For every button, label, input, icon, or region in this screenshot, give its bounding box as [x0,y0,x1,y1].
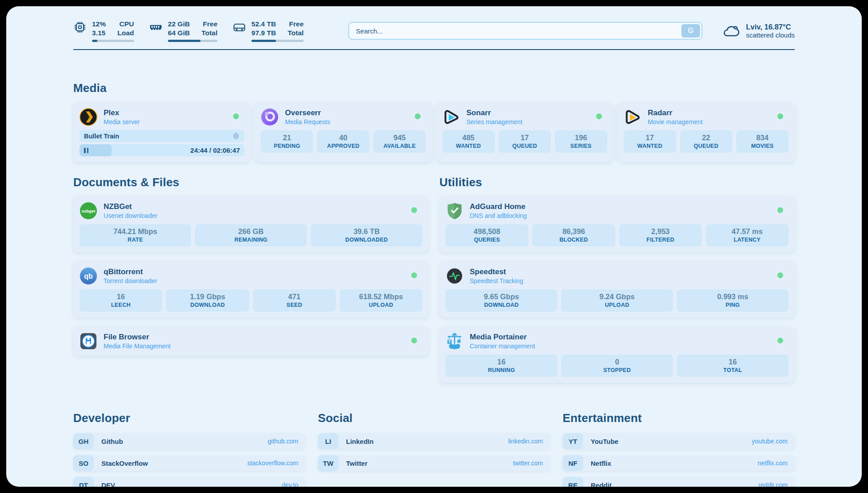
pause-icon[interactable] [84,148,88,153]
app-description: Torrent downloader [104,277,157,284]
card-speedtest[interactable]: Speedtest Speedtest Tracking 9.65 Gbps D… [439,261,795,318]
bookmark-url[interactable]: github.com [268,433,305,449]
now-playing-progress-row[interactable]: 24:44 / 02:06:47 [79,144,244,156]
filebrowser-icon [79,332,97,350]
bookmark-url[interactable]: stackoverflow.com [247,455,305,471]
disk-total: 97.9 TB [251,29,276,38]
google-search-button[interactable]: G [681,24,700,38]
status-online-dot [415,113,421,119]
cpu-values: 12% 3.15 [92,20,106,38]
card-qbittorrent[interactable]: qb qBittorrent Torrent downloader 16 LEE… [73,261,429,318]
stat-tile: 17 QUEUED [499,130,551,153]
utilities-column: Utilities AdGuard Home DNS and adblockin… [439,175,795,383]
stat-tile: 0.993 ms PING [677,289,789,312]
search-bar[interactable]: G [348,22,702,40]
bookmark-netflix[interactable]: NF Netflix netflix.com [563,455,795,471]
card-adguard[interactable]: AdGuard Home DNS and adblocking 498,508 … [439,196,795,252]
cpu-labels: CPU Load [117,20,134,38]
cloud-icon [722,23,740,38]
now-playing-title: Bullet Train [84,133,232,140]
plex-icon [79,108,97,126]
bookmark-stackoverflow[interactable]: SO StackOverflow stackoverflow.com [73,455,305,471]
bookmark-github[interactable]: GH Github github.com [73,433,305,449]
bookmark-column-social: Social LI LinkedIn linkedin.com TW Twitt… [318,411,550,487]
stat-tile: 40 APPROVED [317,130,369,153]
speedtest-icon [446,267,463,285]
bookmark-reddit[interactable]: RE Reddit reddit.com [563,477,795,487]
bookmark-url[interactable]: dev.to [282,477,305,487]
bookmark-url[interactable]: linkedin.com [508,433,550,449]
app-name: Speedtest [470,267,523,276]
ram-free: 22 GiB [168,20,190,29]
card-filebrowser[interactable]: File Browser Media File Management [73,326,429,356]
ram-progress-bar [168,40,217,42]
card-radarr[interactable]: Radarr Movie management 17 WANTED 22 QUE… [618,102,795,162]
stat-tile: 9.24 Gbps UPLOAD [561,289,673,312]
app-description: Media server [104,118,140,125]
section-title-social: Social [318,411,550,425]
bookmark-name: Reddit [583,477,759,487]
disk-free: 52.4 TB [251,20,276,29]
documents-column: Documents & Files nzbget NZBGet Usenet d… [73,175,429,383]
bookmark-name: Github [94,433,268,449]
stat-tile: 945 AVAILABLE [373,130,426,153]
bookmark-name: DEV [94,477,282,487]
bookmark-url[interactable]: youtube.com [752,433,795,449]
qbittorrent-icon: qb [79,267,97,285]
radarr-icon [624,108,642,126]
bookmark-abbr: NF [563,455,583,471]
section-title-utilities: Utilities [439,175,795,189]
status-online-dot [411,207,417,213]
card-sonarr[interactable]: Sonarr Series management 485 WANTED 17 Q… [436,102,613,162]
bookmark-url[interactable]: netflix.com [758,455,795,471]
search-input[interactable] [351,27,681,35]
card-nzbget[interactable]: nzbget NZBGet Usenet downloader 744.21 M… [73,196,429,252]
ram-total: 64 GiB [168,29,190,38]
cpu-load-value: 3.15 [92,29,106,38]
stat-tile: 16 LEECH [79,289,162,312]
bookmark-name: YouTube [583,433,752,449]
stat-tile: 22 QUEUED [680,130,732,153]
stat-tile: 39.6 TB DOWNLOADED [311,224,422,246]
sonarr-icon [442,108,460,126]
ram-values: 22 GiB 64 GiB [168,20,190,38]
status-online-dot [596,113,602,119]
portainer-icon [446,332,463,350]
app-name: Radarr [648,109,703,117]
stat-tile: 471 SEED [253,289,336,312]
status-online-dot [777,272,783,278]
section-title-entertainment: Entertainment [563,411,795,425]
stat-tile: 21 PENDING [261,130,313,153]
stat-tile: 16 RUNNING [446,355,557,377]
bookmark-grid: Developer GH Github github.com SO StackO… [73,411,795,487]
app-name: File Browser [104,333,171,342]
bookmark-dev[interactable]: DT DEV dev.to [73,477,305,487]
app-name: Plex [104,109,140,117]
bookmark-abbr: TW [318,455,338,471]
card-plex[interactable]: Plex Media server Bullet Train [73,102,250,162]
stat-tile: 744.21 Mbps RATE [79,224,191,246]
cpu-icon [73,21,87,34]
app-description: Series management [467,118,522,125]
bookmark-linkedin[interactable]: LI LinkedIn linkedin.com [318,433,550,449]
bookmark-youtube[interactable]: YT YouTube youtube.com [563,433,795,449]
stat-tile: 196 SERIES [555,130,607,153]
app-description: Media File Management [104,343,171,350]
bookmark-url[interactable]: reddit.com [759,477,795,487]
bookmark-twitter[interactable]: TW Twitter twitter.com [318,455,550,471]
header-divider [73,49,795,50]
stat-tile: 47.57 ms LATENCY [706,224,789,246]
bookmark-url[interactable]: twitter.com [513,455,550,471]
card-overseerr[interactable]: Overseerr Media Requests 21 PENDING 40 A… [255,102,432,162]
bookmark-abbr: YT [563,433,583,449]
status-online-dot [411,338,417,343]
media-card-grid: Plex Media server Bullet Train [73,102,795,162]
cpu-progress-bar [92,40,134,42]
settings-icon[interactable] [232,132,240,140]
stat-tile: 9.65 Gbps DOWNLOAD [446,289,557,312]
app-name: AdGuard Home [470,202,527,211]
card-portainer[interactable]: Media Portainer Container management 16 … [439,326,795,383]
section-title-documents: Documents & Files [73,175,429,189]
disk-progress-bar [251,40,304,42]
system-stats: 12% 3.15 CPU Load [73,20,304,42]
